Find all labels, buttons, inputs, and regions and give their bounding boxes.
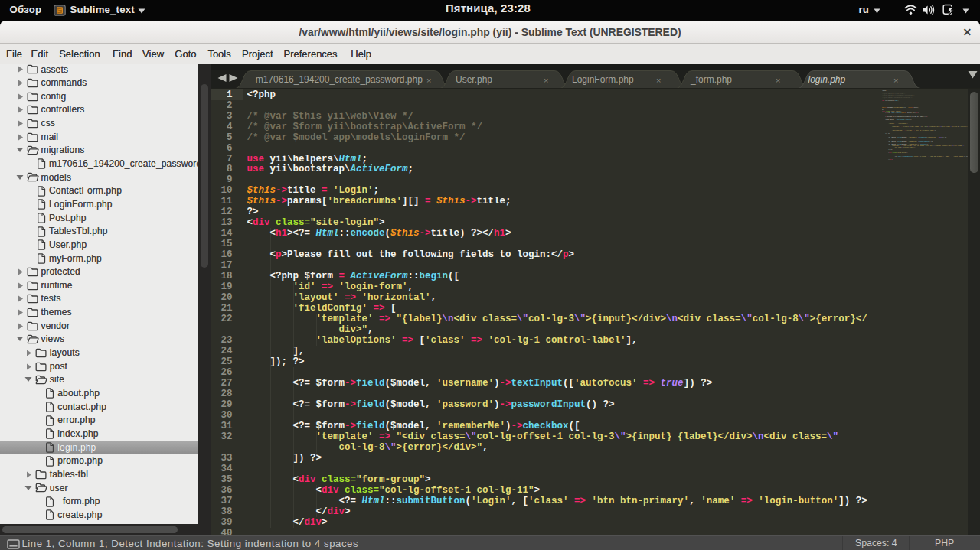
svg-text:User.php: User.php [456, 74, 492, 85]
svg-text:_form.php: _form.php [690, 74, 732, 85]
svg-text:×: × [426, 76, 431, 85]
svg-text:×: × [776, 76, 780, 85]
svg-text:LoginForm.php: LoginForm.php [572, 74, 634, 85]
svg-text:×: × [656, 76, 661, 85]
svg-text:×: × [893, 76, 898, 85]
svg-text:×: × [544, 76, 548, 85]
svg-text:login.php: login.php [808, 74, 845, 85]
svg-text:m170616_194200_create_password: m170616_194200_create_password.php [255, 74, 422, 85]
